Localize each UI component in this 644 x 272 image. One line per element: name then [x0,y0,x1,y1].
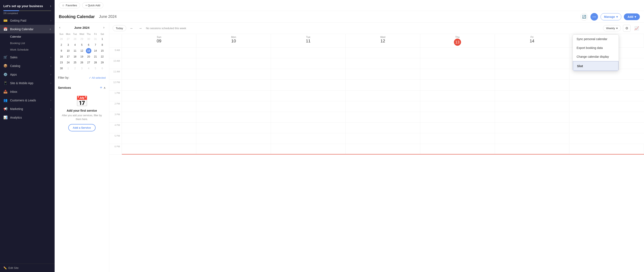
slot-sat-6pm[interactable] [570,144,644,154]
slot-mon-10am[interactable] [196,58,271,69]
slot-mon-9am[interactable] [196,48,271,58]
slot-mon-1pm[interactable] [196,90,271,101]
cal-day[interactable]: 15 [100,48,105,53]
cal-day[interactable]: 6 [86,42,91,48]
view-select[interactable]: Weekly ▾ [603,25,621,31]
slot-sun-6pm[interactable] [122,144,196,154]
slot-fri-9am[interactable] [495,48,570,58]
prev-week-button[interactable]: ← [128,26,135,31]
slot-tue-6pm[interactable] [271,144,346,154]
slot-sun-10am[interactable] [122,58,196,69]
add-service-button[interactable]: Add a Service [68,124,96,131]
cal-day[interactable]: 27 [86,60,91,65]
slot-tue-9am[interactable] [271,48,346,58]
sidebar-item-marketing[interactable]: 📢 Marketing › [0,104,54,113]
slot-mon-11am[interactable] [196,69,271,79]
slot-thu-12pm[interactable] [420,80,495,90]
slot-thu-11am[interactable] [420,69,495,79]
slot-wed-2pm[interactable] [346,101,420,112]
cal-day[interactable]: 16 [58,54,64,59]
dropdown-export-data[interactable]: Export booking data [573,43,618,52]
cal-day-today[interactable]: 13 [86,48,91,53]
dropdown-sync-calendar[interactable]: Sync personal calendar [573,35,618,43]
slot-sun-5pm[interactable] [122,133,196,144]
cal-day[interactable]: 1 [66,66,71,71]
sidebar-item-analytics[interactable]: 📊 Analytics › [0,113,54,122]
cal-day[interactable]: 31 [93,36,98,42]
next-month-button[interactable]: › [102,25,106,30]
slot-wed-9am[interactable] [346,48,420,58]
slot-wed-6pm[interactable] [346,144,420,154]
slot-sat-1pm[interactable] [570,90,644,101]
slot-wed-10am[interactable] [346,58,420,69]
cal-day[interactable]: 25 [72,60,78,65]
slot-fri-5pm[interactable] [495,133,570,144]
slot-mon-5pm[interactable] [196,133,271,144]
sidebar-sub-item-work-schedule[interactable]: Work Schedule [0,46,54,53]
cal-day[interactable]: 12 [79,48,84,53]
sidebar-sub-item-calendar[interactable]: Calendar [0,33,54,40]
slot-tue-11am[interactable] [271,69,346,79]
cal-day[interactable]: 8 [100,42,105,48]
prev-month-button[interactable]: ‹ [58,25,62,30]
slot-mon-6pm[interactable] [196,144,271,154]
slot-sun-1pm[interactable] [122,90,196,101]
cal-day[interactable]: 29 [100,60,105,65]
sidebar-item-site-mobile[interactable]: 📱 Site & Mobile App › [0,79,54,87]
sidebar-item-sales[interactable]: 🛒 Sales › [0,53,54,61]
cal-day[interactable]: 18 [72,54,78,59]
dropdown-slot[interactable]: Slot [573,61,618,71]
slot-thu-2pm[interactable] [420,101,495,112]
slot-wed-1pm[interactable] [346,90,420,101]
cal-day[interactable]: 7 [93,42,98,48]
cal-day[interactable]: 5 [79,42,84,48]
cal-day[interactable]: 3 [66,42,71,48]
chart-button[interactable]: 📈 [633,25,641,31]
cal-day[interactable]: 11 [72,48,78,53]
more-options-button[interactable]: ⋯ [590,13,598,20]
cal-day[interactable]: 29 [79,36,84,42]
slot-sun-9am[interactable] [122,48,196,58]
slot-thu-10am[interactable] [420,58,495,69]
sidebar-item-customers-leads[interactable]: 👥 Customers & Leads › [0,96,54,104]
slot-mon-4pm[interactable] [196,123,271,133]
slot-thu-1pm[interactable] [420,90,495,101]
slot-fri-3pm[interactable] [495,112,570,122]
sidebar-item-getting-paid[interactable]: 💳 Getting Paid › [0,16,54,25]
slot-sun-3pm[interactable] [122,112,196,122]
cal-day[interactable]: 9 [58,48,64,53]
cal-day[interactable]: 30 [58,66,64,71]
cal-day[interactable]: 17 [66,54,71,59]
services-add-button[interactable]: + [100,85,102,90]
slot-sun-11am[interactable] [122,69,196,79]
slot-tue-3pm[interactable] [271,112,346,122]
slot-mon-2pm[interactable] [196,101,271,112]
slot-tue-2pm[interactable] [271,101,346,112]
cal-day[interactable]: 27 [66,36,71,42]
slot-sun-4pm[interactable] [122,123,196,133]
sidebar-sub-item-booking-list[interactable]: Booking List [0,40,54,46]
slot-fri-1pm[interactable] [495,90,570,101]
slot-mon-3pm[interactable] [196,112,271,122]
cal-day[interactable]: 19 [79,54,84,59]
sidebar-expand-icon[interactable]: › [50,4,51,8]
sidebar-item-booking-calendar[interactable]: 📅 Booking Calendar ∧ [0,25,54,33]
slot-tue-12pm[interactable] [271,80,346,90]
slot-wed-3pm[interactable] [346,112,420,122]
quick-add-button[interactable]: + Quick Add [82,2,103,8]
edit-site-button[interactable]: ✏️ Edit Site [0,264,54,272]
cal-day[interactable]: 23 [58,60,64,65]
cal-day[interactable]: 3 [79,66,84,71]
today-button[interactable]: Today [112,25,126,31]
slot-thu-4pm[interactable] [420,123,495,133]
slot-sat-5pm[interactable] [570,133,644,144]
services-collapse-button[interactable]: ∧ [104,86,106,89]
cal-day[interactable]: 4 [86,66,91,71]
cal-day[interactable]: 4 [72,42,78,48]
slot-thu-6pm[interactable] [420,144,495,154]
slot-fri-6pm[interactable] [495,144,570,154]
slot-sat-2pm[interactable] [570,101,644,112]
manage-button[interactable]: Manage ▾ [600,13,621,20]
cal-day[interactable]: 30 [86,36,91,42]
slot-tue-10am[interactable] [271,58,346,69]
